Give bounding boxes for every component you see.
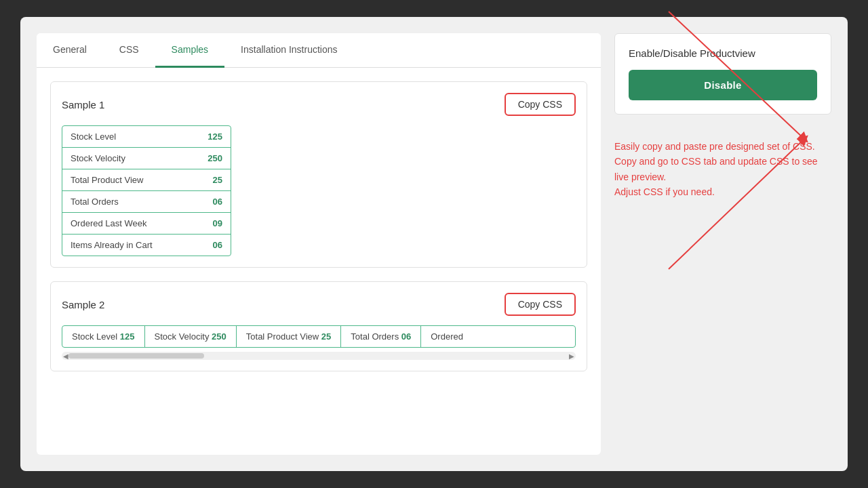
table-row: Items Already in Cart 06 <box>62 235 231 256</box>
sample2-scroll-container[interactable]: Stock Level 125 Stock Velocity 250 Total… <box>62 325 576 360</box>
enable-disable-title: Enable/Disable Productview <box>629 47 817 59</box>
table-row: Total Product View 25 <box>237 326 342 347</box>
total-product-view-label: Total Product View <box>71 175 143 185</box>
s2-total-orders-value: 06 <box>401 331 411 342</box>
table-row: Total Orders 06 <box>62 191 231 213</box>
sample1-header: Sample 1 Copy CSS <box>62 93 576 116</box>
table-row: Stock Level 125 <box>62 326 145 347</box>
ordered-last-week-label: Ordered Last Week <box>71 218 146 228</box>
stock-velocity-label: Stock Velocity <box>71 153 125 163</box>
tab-samples[interactable]: Samples <box>155 33 224 68</box>
total-orders-value: 06 <box>213 197 222 207</box>
sample2-header: Sample 2 Copy CSS <box>62 293 576 316</box>
s2-stock-velocity-label: Stock Velocity <box>155 331 210 342</box>
right-panel: Enable/Disable Productview Disable <box>614 33 831 455</box>
sample1-table: Stock Level 125 Stock Velocity 250 Total… <box>62 125 231 256</box>
table-row: Stock Velocity 250 <box>62 148 231 169</box>
enable-disable-card: Enable/Disable Productview Disable <box>614 33 831 115</box>
table-row: Stock Velocity 250 <box>145 326 237 347</box>
tab-css[interactable]: CSS <box>103 33 155 68</box>
table-row: Ordered Last Week 09 <box>62 213 231 235</box>
stock-level-value: 125 <box>208 131 222 142</box>
sample1-section: Sample 1 Copy CSS Stock Level 125 Stock … <box>50 81 587 268</box>
main-content: Sample 1 Copy CSS Stock Level 125 Stock … <box>37 68 601 399</box>
ordered-last-week-value: 09 <box>213 218 222 228</box>
table-row: Ordered <box>421 326 473 347</box>
sample2-copy-css-button[interactable]: Copy CSS <box>505 293 576 316</box>
scroll-right-icon[interactable]: ▶ <box>568 352 576 360</box>
tab-general[interactable]: General <box>37 33 103 68</box>
table-row: Total Product View 25 <box>62 169 231 191</box>
sample1-title: Sample 1 <box>62 99 104 110</box>
s2-ordered-label: Ordered <box>431 331 463 342</box>
s2-stock-level-value: 125 <box>120 331 135 342</box>
sample2-table: Stock Level 125 Stock Velocity 250 Total… <box>62 325 576 348</box>
s2-total-product-view-value: 25 <box>321 331 331 342</box>
scrollbar-area[interactable]: ◀ ▶ <box>62 352 576 360</box>
s2-stock-level-label: Stock Level <box>72 331 117 342</box>
tabs-container: General CSS Samples Installation Instruc… <box>37 33 601 68</box>
sample2-section: Sample 2 Copy CSS Stock Level 125 Stock … <box>50 281 587 371</box>
table-row: Total Orders 06 <box>341 326 421 347</box>
disable-button[interactable]: Disable <box>629 70 817 100</box>
annotation-text: Easily copy and paste pre designed set o… <box>614 132 831 207</box>
items-in-cart-value: 06 <box>213 240 222 250</box>
stock-velocity-value: 250 <box>208 153 222 163</box>
total-orders-label: Total Orders <box>71 197 119 207</box>
sample1-copy-css-button[interactable]: Copy CSS <box>505 93 576 116</box>
tab-installation[interactable]: Installation Instructions <box>224 33 353 68</box>
s2-total-product-view-label: Total Product View <box>246 331 319 342</box>
scrollbar-thumb[interactable] <box>68 353 204 359</box>
sample2-title: Sample 2 <box>62 299 104 310</box>
table-row: Stock Level 125 <box>62 126 231 148</box>
stock-level-label: Stock Level <box>71 131 116 142</box>
s2-total-orders-label: Total Orders <box>351 331 399 342</box>
total-product-view-value: 25 <box>213 175 222 185</box>
annotation-area: Easily copy and paste pre designed set o… <box>614 125 831 214</box>
s2-stock-velocity-value: 250 <box>212 331 226 342</box>
items-in-cart-label: Items Already in Cart <box>71 240 153 250</box>
main-panel: General CSS Samples Installation Instruc… <box>37 33 601 455</box>
